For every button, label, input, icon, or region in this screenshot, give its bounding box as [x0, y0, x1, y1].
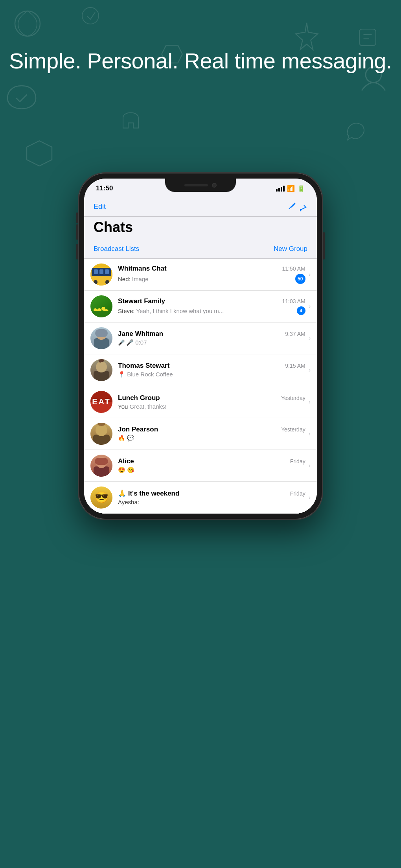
page-title-bar: Chats: [84, 217, 317, 241]
compose-button[interactable]: [288, 201, 307, 212]
chat-header-stewart-family: Stewart Family 11:03 AM: [118, 297, 305, 305]
chat-preview-thomas-stewart: 📍 Blue Rock Coffee: [118, 371, 305, 378]
chat-time-jane-whitman: 9:37 AM: [285, 331, 305, 337]
chat-time-ayesha: Friday: [290, 490, 305, 497]
chat-content-whitmans-chat: Whitmans Chat 11:50 AM Ned: Image 50: [118, 265, 305, 284]
chat-preview-jane-whitman: 🎤 🎤 0:07: [118, 339, 305, 346]
volume-up-button: [76, 224, 78, 240]
battery-icon: 🔋: [297, 185, 305, 192]
chat-header-lunch-group: Lunch Group Yesterday: [118, 394, 305, 402]
avatar-lunch-group: EAT: [90, 391, 112, 413]
phone-mockup: 11:50 📶 🔋 Edit: [79, 173, 322, 519]
signal-icon: [276, 186, 285, 192]
chat-name-jane-whitman: Jane Whitman: [118, 330, 163, 338]
chat-header-thomas-stewart: Thomas Stewart 9:15 AM: [118, 362, 305, 370]
chat-badge-stewart-family: 4: [297, 306, 305, 315]
camera: [212, 183, 217, 188]
hero-tagline: Simple. Personal. Real time messaging.: [0, 47, 401, 75]
status-time: 11:50: [96, 184, 113, 192]
chat-header-jon-pearson: Jon Pearson Yesterday: [118, 426, 305, 433]
chat-preview-row-lunch-group: You Great, thanks!: [118, 403, 305, 410]
chat-preview-whitmans-chat: Ned: Image: [118, 276, 292, 282]
silent-button: [76, 212, 78, 223]
chat-content-ayesha: 🙏 It's the weekend Friday Ayesha:: [118, 489, 305, 505]
chat-name-whitmans-chat: Whitmans Chat: [118, 265, 167, 273]
chat-time-thomas-stewart: 9:15 AM: [285, 363, 305, 369]
avatar-jon-pearson: [90, 423, 112, 445]
new-group-button[interactable]: New Group: [274, 245, 307, 253]
chat-preview-stewart-family: Steve: Yeah, I think I know what you m..…: [118, 308, 294, 314]
chat-list: Whitmans Chat 11:50 AM Ned: Image 50 ›: [84, 259, 317, 514]
wifi-icon: 📶: [287, 185, 295, 192]
chevron-icon: ›: [309, 462, 311, 469]
chat-item-whitmans-chat[interactable]: Whitmans Chat 11:50 AM Ned: Image 50 ›: [84, 259, 317, 291]
chat-name-stewart-family: Stewart Family: [118, 297, 165, 305]
chevron-icon: ›: [309, 335, 311, 342]
chat-preview-row-thomas-stewart: 📍 Blue Rock Coffee: [118, 371, 305, 378]
chat-item-ayesha[interactable]: 😎 🙏 It's the weekend Friday Ayesha:: [84, 482, 317, 514]
chat-preview-row-stewart-family: Steve: Yeah, I think I know what you m..…: [118, 306, 305, 315]
page-title: Chats: [94, 219, 133, 235]
chevron-icon: ›: [309, 367, 311, 374]
chat-preview-row-alice: 😍 😘: [118, 466, 305, 474]
avatar-alice: [90, 455, 112, 477]
chat-content-stewart-family: Stewart Family 11:03 AM Steve: Yeah, I t…: [118, 297, 305, 315]
chat-content-jon-pearson: Jon Pearson Yesterday 🔥 💬: [118, 426, 305, 442]
chat-preview-row-jon-pearson: 🔥 💬: [118, 435, 305, 442]
chat-content-jane-whitman: Jane Whitman 9:37 AM 🎤 🎤 0:07: [118, 330, 305, 346]
chat-time-lunch-group: Yesterday: [281, 395, 305, 401]
chevron-icon: ›: [309, 303, 311, 310]
avatar-thomas-stewart: [90, 359, 112, 381]
chevron-icon: ›: [309, 494, 311, 501]
chat-item-jon-pearson[interactable]: Jon Pearson Yesterday 🔥 💬 ›: [84, 418, 317, 450]
edit-button[interactable]: Edit: [94, 203, 106, 211]
chat-content-lunch-group: Lunch Group Yesterday You Great, thanks!: [118, 394, 305, 410]
chat-content-thomas-stewart: Thomas Stewart 9:15 AM 📍 Blue Rock Coffe…: [118, 362, 305, 378]
nav-bar: Edit: [84, 198, 317, 217]
chat-preview-row-ayesha: Ayesha:: [118, 499, 305, 505]
chat-preview-lunch-group: You Great, thanks!: [118, 403, 305, 410]
phone-screen: 11:50 📶 🔋 Edit: [84, 179, 317, 514]
avatar-ayesha: 😎: [90, 487, 112, 509]
volume-down-button: [76, 244, 78, 260]
chat-header-alice: Alice Friday: [118, 457, 305, 465]
chat-time-alice: Friday: [290, 458, 305, 464]
status-icons: 📶 🔋: [276, 185, 305, 192]
chat-preview-jon-pearson: 🔥 💬: [118, 435, 305, 442]
svg-rect-1: [359, 29, 376, 46]
chat-item-jane-whitman[interactable]: Jane Whitman 9:37 AM 🎤 🎤 0:07 ›: [84, 323, 317, 354]
chat-item-alice[interactable]: Alice Friday 😍 😘 ›: [84, 450, 317, 482]
chat-item-lunch-group[interactable]: EAT Lunch Group Yesterday You Great, tha…: [84, 386, 317, 418]
chevron-icon: ›: [309, 398, 311, 405]
chat-preview-row-jane-whitman: 🎤 🎤 0:07: [118, 339, 305, 346]
chat-name-thomas-stewart: Thomas Stewart: [118, 362, 169, 370]
chat-header-jane-whitman: Jane Whitman 9:37 AM: [118, 330, 305, 338]
chat-time-stewart-family: 11:03 AM: [282, 298, 305, 304]
status-bar: 11:50 📶 🔋: [84, 179, 317, 198]
chat-item-stewart-family[interactable]: Stewart Family 11:03 AM Steve: Yeah, I t…: [84, 291, 317, 323]
chat-header-whitmans-chat: Whitmans Chat 11:50 AM: [118, 265, 305, 273]
chat-item-thomas-stewart[interactable]: Thomas Stewart 9:15 AM 📍 Blue Rock Coffe…: [84, 354, 317, 386]
chat-name-jon-pearson: Jon Pearson: [118, 426, 158, 433]
chat-badge-whitmans-chat: 50: [295, 274, 305, 284]
chat-preview-ayesha: Ayesha:: [118, 499, 305, 505]
avatar-whitmans-chat: [90, 264, 112, 286]
chat-preview-row-whitmans-chat: Ned: Image 50: [118, 274, 305, 284]
chat-name-alice: Alice: [118, 457, 134, 465]
phone-frame: 11:50 📶 🔋 Edit: [79, 173, 322, 519]
chat-content-alice: Alice Friday 😍 😘: [118, 457, 305, 474]
chat-time-whitmans-chat: 11:50 AM: [282, 265, 305, 272]
notch: [165, 179, 236, 192]
chat-preview-alice: 😍 😘: [118, 466, 305, 474]
action-bar: Broadcast Lists New Group: [84, 241, 317, 259]
chevron-icon: ›: [309, 271, 311, 278]
broadcast-lists-button[interactable]: Broadcast Lists: [94, 245, 139, 253]
chat-name-lunch-group: Lunch Group: [118, 394, 160, 402]
power-button: [323, 232, 325, 260]
avatar-stewart-family: [90, 295, 112, 317]
chat-name-ayesha: 🙏 It's the weekend: [118, 489, 179, 498]
svg-point-3: [82, 7, 99, 24]
svg-point-0: [15, 11, 40, 36]
chevron-icon: ›: [309, 430, 311, 437]
chat-header-ayesha: 🙏 It's the weekend Friday: [118, 489, 305, 498]
